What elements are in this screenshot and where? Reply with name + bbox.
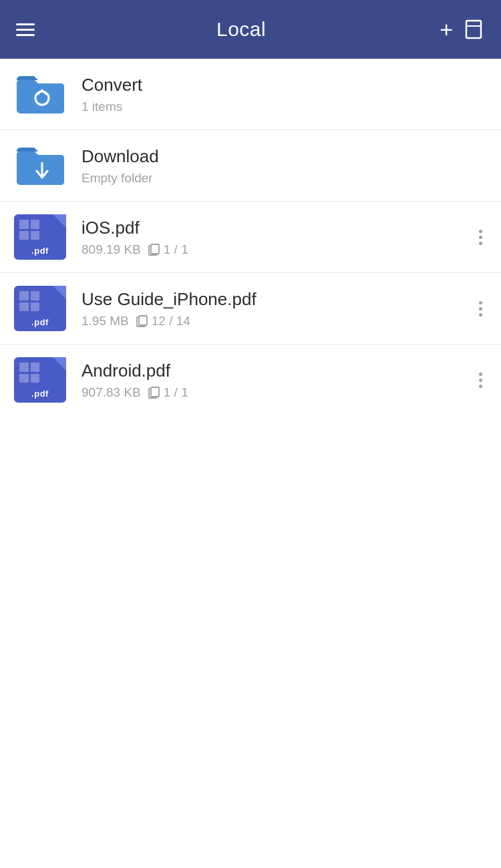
page-count-icon: 1 / 1	[148, 242, 188, 257]
list-item[interactable]: .pdf Use Guide_iPhone.pdf 1.95 MB 12 / 1…	[0, 273, 501, 345]
item-name: Convert	[81, 75, 488, 95]
svg-rect-9	[151, 387, 159, 397]
pdf-file-icon: .pdf	[13, 285, 67, 332]
list-item[interactable]: .pdf iOS.pdf 809.19 KB 1 / 1	[0, 202, 501, 273]
pdf-file-icon: .pdf	[13, 357, 67, 403]
header-actions: +	[440, 18, 485, 41]
item-meta: 809.19 KB 1 / 1	[81, 242, 474, 257]
page-count-icon: 1 / 1	[148, 385, 188, 400]
edit-icon	[465, 19, 485, 39]
item-meta: 1 items	[81, 99, 488, 114]
item-info: Download Empty folder	[81, 146, 488, 186]
plus-icon: +	[440, 18, 453, 41]
page-count-icon: 12 / 14	[136, 314, 190, 329]
more-button[interactable]	[474, 224, 488, 250]
item-info: Android.pdf 907.83 KB 1 / 1	[81, 361, 474, 400]
app-header: Local +	[0, 0, 501, 59]
item-info: Convert 1 items	[81, 75, 488, 114]
item-name: Download	[81, 146, 488, 167]
folder-icon	[13, 142, 67, 189]
item-info: iOS.pdf 809.19 KB 1 / 1	[81, 218, 474, 257]
svg-rect-0	[466, 21, 481, 38]
list-item[interactable]: .pdf Android.pdf 907.83 KB 1 / 1	[0, 345, 501, 415]
folder-icon	[13, 71, 67, 118]
item-meta: 1.95 MB 12 / 14	[81, 314, 474, 329]
item-name: Use Guide_iPhone.pdf	[81, 289, 474, 310]
more-button[interactable]	[474, 367, 488, 393]
edit-button[interactable]	[465, 19, 485, 39]
add-button[interactable]: +	[440, 18, 453, 41]
menu-button[interactable]	[16, 23, 43, 36]
file-list: Convert 1 items Download Empty folder	[0, 59, 501, 415]
item-info: Use Guide_iPhone.pdf 1.95 MB 12 / 14	[81, 289, 474, 329]
item-name: Android.pdf	[81, 361, 474, 381]
pdf-file-icon: .pdf	[13, 214, 67, 260]
item-name: iOS.pdf	[81, 218, 474, 238]
item-meta: Empty folder	[81, 171, 488, 186]
list-item[interactable]: Download Empty folder	[0, 130, 501, 202]
svg-rect-5	[151, 244, 159, 254]
svg-rect-7	[139, 316, 147, 325]
page-title: Local	[216, 18, 266, 41]
item-meta: 907.83 KB 1 / 1	[81, 385, 474, 400]
more-button[interactable]	[474, 296, 488, 322]
list-item[interactable]: Convert 1 items	[0, 59, 501, 130]
